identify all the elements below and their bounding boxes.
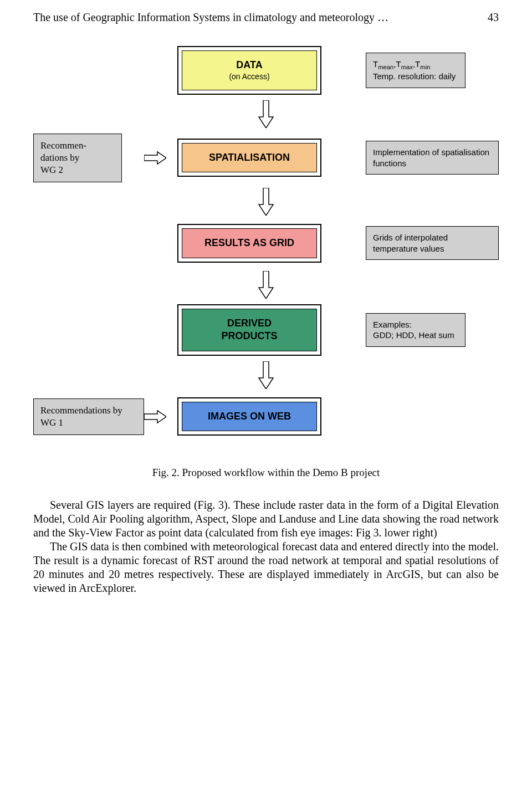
page-content: The use of Geographic Information System… — [0, 0, 532, 617]
process-box-data: DATA (on Access) — [177, 46, 321, 95]
arrow-right-icon — [144, 151, 166, 165]
process-box-images: IMAGES ON WEB — [177, 397, 321, 436]
note-data-line2: Temp. resolution: daily — [373, 71, 458, 82]
diagram-row-data: DATA (on Access) Tmean,Tmax,Tmin Temp. r… — [33, 46, 499, 95]
arrow-down-icon — [258, 271, 274, 299]
diagram-row-results: RESULTS AS GRID Grids of interpolated te… — [33, 221, 499, 265]
note-data-line1: Tmean,Tmax,Tmin — [373, 59, 458, 71]
note-data-params: Tmean,Tmax,Tmin Temp. resolution: daily — [366, 53, 466, 88]
svg-marker-4 — [259, 361, 273, 389]
note-implementation-text: Implementation of spatialisation functio… — [373, 147, 489, 168]
process-box-spatialisation-inner: SPATIALISATION — [182, 143, 317, 172]
header-title: The use of Geographic Information System… — [33, 11, 388, 24]
svg-marker-0 — [259, 100, 273, 128]
page-number: 43 — [488, 11, 499, 24]
arrow-down-icon — [258, 100, 274, 128]
arrow-right-icon — [144, 410, 166, 424]
note-examples-l1: Examples: — [373, 319, 458, 330]
note-examples: Examples: GDD; HDD, Heat sum — [366, 313, 466, 347]
note-examples-l2: GDD; HDD, Heat sum — [373, 330, 458, 341]
svg-marker-1 — [144, 152, 166, 164]
svg-marker-2 — [259, 188, 273, 216]
paragraph-1: Several GIS layers are required (Fig. 3)… — [33, 498, 499, 540]
images-title: IMAGES ON WEB — [208, 411, 291, 422]
svg-marker-5 — [144, 411, 166, 423]
paragraph-2: The GIS data is then combined with meteo… — [33, 540, 499, 595]
process-box-results: RESULTS AS GRID — [177, 224, 321, 262]
note-wg1-text: Recommendations by WG 1 — [40, 405, 122, 428]
note-implementation: Implementation of spatialisation functio… — [366, 141, 499, 175]
data-title: DATA — [236, 59, 262, 70]
arrow-down-icon — [258, 188, 274, 216]
spatialisation-title: SPATIALISATION — [209, 152, 290, 163]
note-wg2-text: Recommen-dations byWG 2 — [40, 140, 86, 175]
process-box-results-inner: RESULTS AS GRID — [182, 228, 317, 258]
process-box-derived-inner: DERIVEDPRODUCTS — [182, 309, 317, 351]
diagram-row-spatialisation: Recommen-dations byWG 2 SPATIALISATION I… — [33, 134, 499, 182]
process-box-spatialisation: SPATIALISATION — [177, 139, 321, 177]
figure-caption: Fig. 2. Proposed workflow within the Dem… — [33, 467, 499, 479]
diagram-row-images: Recommendations by WG 1 IMAGES ON WEB — [33, 395, 499, 439]
derived-title: DERIVEDPRODUCTS — [221, 318, 277, 341]
svg-marker-3 — [259, 271, 273, 299]
note-grids: Grids of interpolated temperature values — [366, 226, 499, 260]
running-header: The use of Geographic Information System… — [33, 11, 499, 24]
process-box-images-inner: IMAGES ON WEB — [182, 402, 317, 431]
data-subtitle: (on Access) — [186, 71, 313, 81]
workflow-diagram: DATA (on Access) Tmean,Tmax,Tmin Temp. r… — [33, 46, 499, 439]
results-title: RESULTS AS GRID — [204, 237, 294, 248]
process-box-data-inner: DATA (on Access) — [182, 50, 317, 90]
note-recommendations-wg2: Recommen-dations byWG 2 — [33, 134, 122, 182]
body-text: Several GIS layers are required (Fig. 3)… — [33, 498, 499, 595]
note-recommendations-wg1: Recommendations by WG 1 — [33, 398, 144, 435]
process-box-derived: DERIVEDPRODUCTS — [177, 304, 321, 356]
arrow-down-icon — [258, 361, 274, 389]
diagram-row-derived: DERIVEDPRODUCTS Examples: GDD; HDD, Heat… — [33, 304, 499, 356]
note-grids-text: Grids of interpolated temperature values — [373, 233, 448, 253]
